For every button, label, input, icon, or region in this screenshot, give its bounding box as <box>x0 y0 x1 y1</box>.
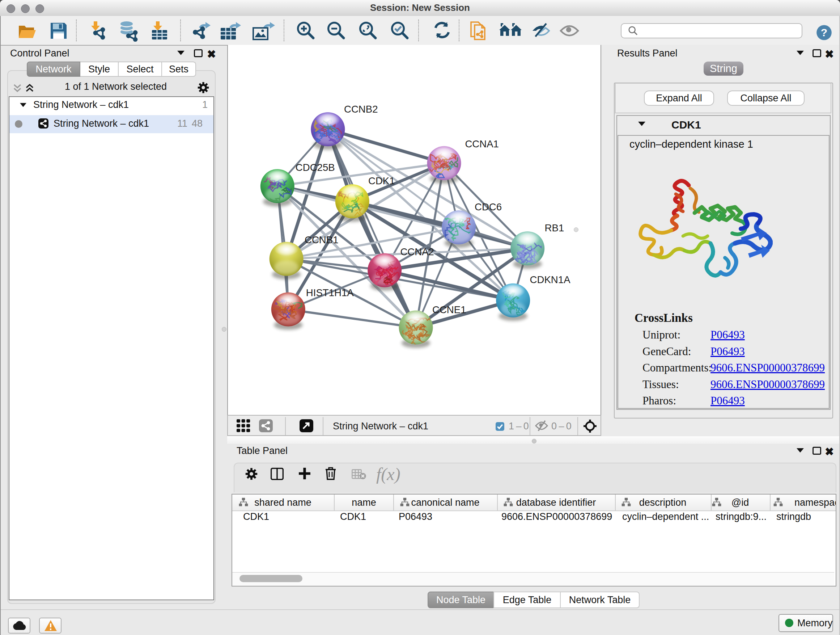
svg-text:HIST1H1A: HIST1H1A <box>306 287 354 298</box>
svg-text:CCNE1: CCNE1 <box>432 304 466 315</box>
svg-text:CDC25B: CDC25B <box>295 162 335 173</box>
svg-text:?: ? <box>821 27 827 38</box>
svg-text:CCNB1: CCNB1 <box>305 234 339 245</box>
svg-text:CCNA1: CCNA1 <box>465 138 499 149</box>
svg-text:CCNB2: CCNB2 <box>344 103 378 115</box>
svg-text:RB1: RB1 <box>545 222 564 233</box>
svg-text:CDK1: CDK1 <box>368 175 395 187</box>
svg-text:CCNA2: CCNA2 <box>400 246 434 257</box>
svg-text:CDC6: CDC6 <box>475 201 502 212</box>
svg-text:CDKN1A: CDKN1A <box>530 274 571 285</box>
